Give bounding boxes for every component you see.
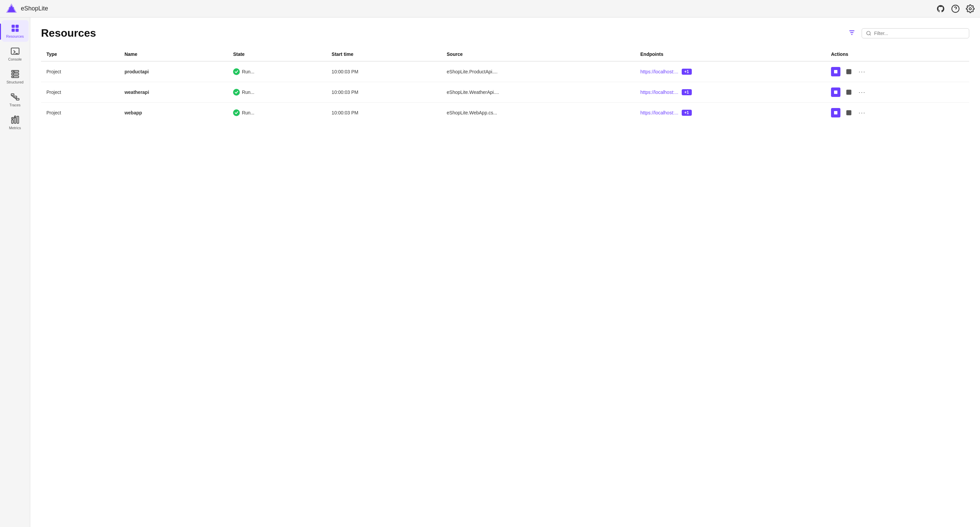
svg-line-29 [870, 34, 871, 35]
cell-state-2: Run... [228, 103, 326, 123]
col-type: Type [41, 48, 119, 61]
extra-endpoints-badge-1[interactable]: +1 [682, 89, 692, 95]
sidebar-item-metrics-label: Metrics [9, 126, 21, 130]
svg-point-23 [11, 117, 13, 119]
cell-type-0: Project [41, 61, 119, 82]
sidebar-item-traces-label: Traces [10, 103, 21, 107]
more-options-button-1[interactable]: ··· [857, 88, 867, 97]
state-label-2: Run... [242, 110, 254, 115]
stop-button-0[interactable] [831, 67, 840, 77]
stop-button-1[interactable] [831, 88, 840, 97]
table-body: Project productapi Run... 10:00:03 PM eS… [41, 61, 969, 123]
cell-source-2: eShopLite.WebApp.cs... [441, 103, 635, 123]
table-row: Project weatherapi Run... 10:00:03 PM eS… [41, 82, 969, 103]
console-icon [10, 46, 20, 56]
cell-actions-0: ··· [826, 61, 969, 82]
resources-table: Type Name State Start time Source Endpoi… [41, 48, 969, 123]
table-row: Project productapi Run... 10:00:03 PM eS… [41, 61, 969, 82]
cell-state-1: Run... [228, 82, 326, 103]
table-header-row: Type Name State Start time Source Endpoi… [41, 48, 969, 61]
resources-icon [10, 24, 20, 33]
structured-icon [10, 69, 20, 79]
cell-type-1: Project [41, 82, 119, 103]
logs-button-0[interactable] [845, 67, 853, 76]
extra-endpoints-badge-2[interactable]: +1 [682, 110, 692, 116]
cell-endpoints-2: https://localhost:... +1 [635, 103, 826, 123]
sidebar-item-traces[interactable]: Traces [2, 89, 29, 110]
app-logo-group: eShopLite [5, 3, 936, 15]
topbar-icons [936, 4, 975, 13]
sidebar-item-console-label: Console [8, 57, 22, 61]
state-label-0: Run... [242, 69, 254, 74]
col-state: State [228, 48, 326, 61]
table-header: Type Name State Start time Source Endpoi… [41, 48, 969, 61]
svg-rect-20 [11, 120, 13, 123]
svg-rect-8 [11, 29, 14, 32]
filter-icon-button[interactable] [846, 27, 858, 39]
filter-input-wrapper [862, 28, 969, 38]
stop-button-2[interactable] [831, 108, 840, 117]
page-title: Resources [41, 27, 96, 39]
page-header: Resources [41, 27, 969, 39]
svg-rect-17 [16, 99, 19, 100]
svg-rect-22 [17, 117, 19, 123]
cell-name-1: weatherapi [119, 82, 228, 103]
svg-rect-14 [11, 76, 19, 78]
settings-icon[interactable] [966, 4, 975, 13]
cell-start-time-1: 10:00:03 PM [326, 82, 441, 103]
search-icon [866, 30, 871, 36]
svg-rect-9 [16, 29, 19, 32]
svg-rect-6 [11, 25, 14, 28]
endpoint-link-1[interactable]: https://localhost:... [640, 89, 678, 95]
sidebar: Resources Console Structured [0, 18, 30, 527]
sidebar-item-metrics[interactable]: Metrics [2, 112, 29, 133]
metrics-icon [10, 115, 20, 125]
extra-endpoints-badge-0[interactable]: +1 [682, 69, 692, 75]
more-options-button-2[interactable]: ··· [857, 109, 867, 117]
traces-icon [10, 92, 20, 102]
logs-button-1[interactable] [845, 88, 853, 97]
cell-start-time-2: 10:00:03 PM [326, 103, 441, 123]
state-running-icon-0 [233, 68, 240, 75]
filter-icon [848, 29, 856, 36]
github-icon[interactable] [936, 4, 945, 13]
sidebar-item-console[interactable]: Console [2, 43, 29, 65]
main-layout: Resources Console Structured [0, 18, 980, 527]
endpoint-link-0[interactable]: https://localhost:... [640, 69, 678, 74]
filter-input[interactable] [874, 30, 965, 36]
topbar: eShopLite [0, 0, 980, 18]
app-logo-icon [5, 3, 18, 15]
cell-source-1: eShopLite.WeatherApi.... [441, 82, 635, 103]
state-label-1: Run... [242, 89, 254, 95]
svg-rect-35 [834, 91, 837, 94]
svg-rect-7 [16, 25, 19, 28]
state-running-icon-2 [233, 109, 240, 116]
svg-point-28 [867, 31, 870, 35]
help-icon[interactable] [951, 4, 960, 13]
sidebar-item-resources-label: Resources [6, 34, 24, 38]
cell-actions-1: ··· [826, 82, 969, 103]
sidebar-item-resources[interactable]: Resources [2, 20, 29, 42]
cell-actions-2: ··· [826, 103, 969, 123]
col-name: Name [119, 48, 228, 61]
sidebar-item-structured-label: Structured [6, 80, 24, 84]
svg-rect-21 [14, 118, 16, 123]
svg-rect-15 [11, 94, 14, 96]
svg-rect-13 [11, 73, 19, 75]
sidebar-item-structured[interactable]: Structured [2, 66, 29, 88]
cell-state-0: Run... [228, 61, 326, 82]
svg-point-5 [969, 7, 972, 10]
svg-rect-30 [834, 70, 837, 73]
svg-rect-40 [834, 111, 837, 114]
endpoint-link-2[interactable]: https://localhost:... [640, 110, 678, 115]
cell-name-2: webapp [119, 103, 228, 123]
col-source: Source [441, 48, 635, 61]
app-title: eShopLite [21, 5, 48, 12]
header-controls [846, 27, 969, 39]
cell-endpoints-0: https://localhost:... +1 [635, 61, 826, 82]
cell-name-0: productapi [119, 61, 228, 82]
logs-button-2[interactable] [845, 109, 853, 117]
state-running-icon-1 [233, 89, 240, 96]
more-options-button-0[interactable]: ··· [857, 68, 867, 76]
cell-source-0: eShopLite.ProductApi.... [441, 61, 635, 82]
